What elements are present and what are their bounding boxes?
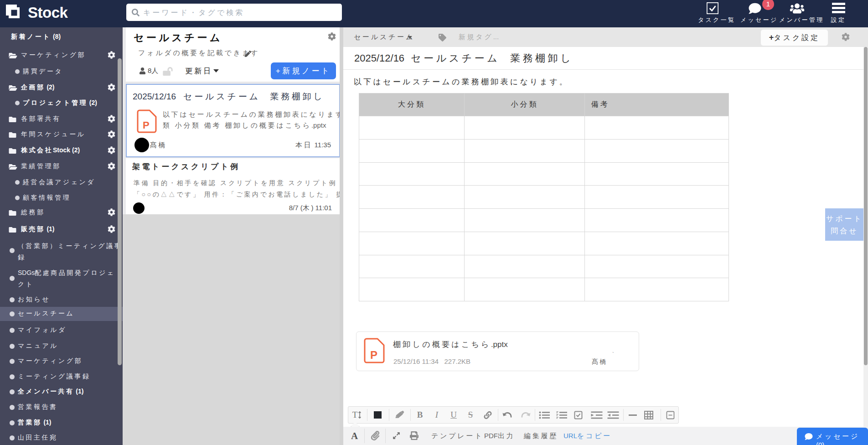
svg-text:P: P xyxy=(370,349,377,361)
svg-text:P: P xyxy=(143,119,150,131)
